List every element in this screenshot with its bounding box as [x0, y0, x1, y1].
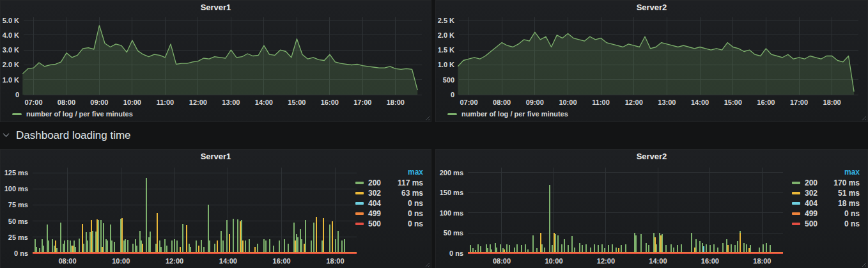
panel-title-server2-loading[interactable]: Server2 [436, 152, 867, 161]
series-bar [221, 231, 222, 253]
series-bar [257, 244, 258, 253]
series-bar [332, 221, 333, 253]
series-bar [279, 240, 280, 253]
series-label: 302 [368, 189, 381, 198]
x-axis-tick-label: 18:00 [326, 257, 344, 265]
resize-grip-icon[interactable] [860, 114, 866, 120]
series-swatch-500 [355, 223, 364, 225]
series-bar [293, 223, 295, 253]
series-bar [571, 236, 573, 253]
y-axis-tick-label: 150 ms [440, 189, 463, 196]
x-axis-tick-label: 17:00 [790, 99, 808, 106]
legend-row-302[interactable]: 302 63 ms [355, 188, 424, 198]
series-bar [67, 240, 68, 253]
panel-title-server1[interactable]: Server1 [1, 3, 431, 12]
series-bar [746, 244, 747, 253]
series-swatch-200 [355, 182, 364, 184]
x-axis-tick-label: 10:00 [123, 99, 141, 106]
series-bar [525, 244, 526, 253]
series-bar [549, 185, 550, 254]
series-bar [564, 239, 565, 253]
series-bar [295, 240, 296, 253]
panel-title-server2[interactable]: Server2 [436, 3, 867, 12]
series-bar [155, 244, 157, 253]
x-axis-tick-label: 12:00 [166, 257, 183, 265]
series-swatch-500 [792, 223, 800, 225]
y-axis-tick-label: 5.0 K [3, 17, 19, 24]
legend-row-200[interactable]: 200 170 ms [792, 178, 861, 188]
resize-grip-icon[interactable] [424, 114, 430, 120]
series-label: 500 [805, 219, 818, 228]
legend-max-header: max [355, 168, 424, 178]
series-max-value: 0 ns [844, 219, 861, 228]
legend-series-label: number of log / per five minutes [461, 110, 568, 118]
x-axis-tick-label: 11:00 [592, 99, 610, 106]
series-bar [171, 240, 173, 253]
series-max-value: 0 ns [408, 219, 424, 228]
series-bar [301, 239, 302, 253]
x-axis-tick-label: 17:00 [353, 99, 371, 106]
y-axis-tick-label: 0 [15, 91, 19, 99]
series-bar [322, 240, 323, 253]
chart-server1-logs[interactable]: 07:0008:0009:0010:0011:0012:0013:0014:00… [1, 13, 431, 110]
series-bar [249, 239, 250, 253]
x-axis-tick-label: 07:00 [24, 99, 42, 106]
series-label: 200 [805, 178, 818, 187]
series-bar [311, 240, 312, 253]
legend-series-swatch [12, 113, 22, 115]
series-bar [640, 234, 642, 253]
series-bar [316, 217, 317, 253]
x-axis-tick-label: 15:00 [724, 99, 742, 106]
series-bar [681, 244, 682, 253]
series-bar [706, 244, 707, 253]
x-axis-tick-label: 12:00 [625, 99, 643, 106]
series-bar [141, 240, 142, 253]
legend-row-499[interactable]: 499 0 ns [355, 209, 424, 219]
series-bar [344, 239, 345, 253]
legend-row-404[interactable]: 404 0 ns [355, 198, 424, 209]
series-bar [87, 240, 88, 253]
series-swatch-200 [792, 182, 800, 184]
series-bar [766, 243, 767, 253]
series-bar [148, 237, 150, 253]
series-bar [288, 244, 289, 253]
legend-row-302[interactable]: 302 51 ms [792, 188, 861, 198]
y-axis-tick-label: 2.0 K [438, 31, 454, 39]
y-axis-tick-label: 0 [451, 91, 454, 99]
series-bar [176, 240, 178, 253]
series-bar [241, 220, 242, 253]
series-bar [92, 231, 93, 253]
series-bar [532, 235, 534, 253]
panel-title-server1-loading[interactable]: Server1 [1, 152, 431, 161]
series-swatch-404 [355, 202, 364, 205]
series-bar [82, 224, 83, 253]
x-axis-tick-label: 16:00 [757, 99, 775, 106]
row-header-dashboard-loading-time[interactable]: Dashboard loading time [0, 122, 868, 149]
series-bar [55, 240, 56, 253]
legend-table-server1: max 200 117 ms 302 63 ms 404 0 ns 499 0 … [355, 168, 424, 229]
series-max-value: 18 ms [838, 199, 861, 208]
series-bar [222, 240, 224, 253]
legend-row-499[interactable]: 499 0 ns [792, 209, 861, 219]
series-bar [500, 244, 501, 253]
series-bar [486, 244, 487, 254]
chart-server2-logs[interactable]: 07:0008:0009:0010:0011:0012:0013:0014:00… [436, 13, 867, 110]
x-axis-tick-label: 18:00 [387, 99, 405, 106]
series-bar [662, 234, 663, 253]
series-bar [263, 239, 265, 253]
legend-server2-logs[interactable]: number of log / per five minutes [447, 109, 568, 119]
legend-row-500[interactable]: 500 0 ns [355, 219, 424, 229]
series-max-value: 51 ms [838, 189, 861, 198]
series-bar [269, 239, 270, 253]
series-bar [335, 239, 336, 253]
series-label: 499 [368, 209, 381, 218]
legend-row-200[interactable]: 200 117 ms [355, 178, 424, 188]
series-bar [660, 235, 662, 253]
x-axis-tick-label: 07:00 [460, 99, 477, 106]
legend-server1-logs[interactable]: number of log / per five minutes [12, 109, 133, 119]
x-axis-tick-label: 14:00 [255, 99, 273, 106]
legend-row-404[interactable]: 404 18 ms [792, 198, 861, 209]
x-axis-tick-label: 15:00 [288, 99, 306, 106]
series-bar [313, 223, 314, 253]
legend-row-500[interactable]: 500 0 ns [792, 219, 861, 229]
